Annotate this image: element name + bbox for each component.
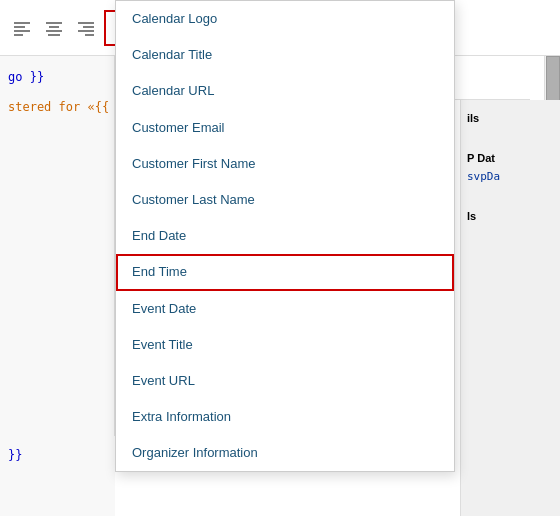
dropdown-item-event-date[interactable]: Event Date — [116, 291, 454, 327]
align-center-icon[interactable] — [40, 14, 68, 42]
dropdown-item-calendar-url[interactable]: Calendar URL — [116, 73, 454, 109]
dropdown-menu: Calendar Logo Calendar Title Calendar UR… — [115, 0, 455, 472]
dropdown-item-end-time[interactable]: End Time — [116, 254, 454, 290]
align-right-icon[interactable] — [72, 14, 100, 42]
dropdown-item-calendar-title[interactable]: Calendar Title — [116, 37, 454, 73]
dropdown-item-calendar-logo[interactable]: Calendar Logo — [116, 1, 454, 37]
dropdown-item-event-url[interactable]: Event URL — [116, 363, 454, 399]
dropdown-item-customer-first-name[interactable]: Customer First Name — [116, 146, 454, 182]
dropdown-item-extra-information[interactable]: Extra Information — [116, 399, 454, 435]
dropdown-item-end-date[interactable]: End Date — [116, 218, 454, 254]
bottom-code-line: }} — [8, 444, 107, 466]
right-panel-label2: P Dat — [467, 148, 554, 168]
bottom-code-area: }} — [0, 436, 115, 516]
dropdown-item-customer-last-name[interactable]: Customer Last Name — [116, 182, 454, 218]
dropdown-item-customer-email[interactable]: Customer Email — [116, 110, 454, 146]
dropdown-item-event-title[interactable]: Event Title — [116, 327, 454, 363]
align-left-icon[interactable] — [8, 14, 36, 42]
right-panel: ils P Dat svpDa ls — [460, 100, 560, 516]
editor-area: Dynamic fields ▼ go }} stered for «{{ — [0, 0, 560, 516]
code-line-2: stered for «{{ — [8, 96, 106, 118]
code-line-1: go }} — [8, 66, 106, 88]
right-panel-label3: ls — [467, 206, 554, 226]
right-panel-code1: svpDa — [467, 168, 554, 186]
right-panel-label1: ils — [467, 108, 554, 128]
dropdown-item-organizer-information[interactable]: Organizer Information — [116, 435, 454, 471]
